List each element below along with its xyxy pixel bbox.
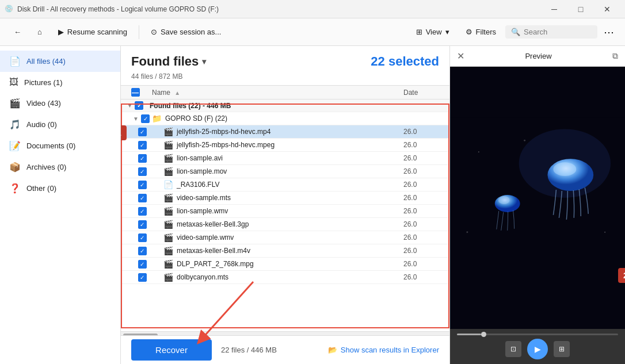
content-area: Found files ▾ 22 selected 44 files / 872… <box>121 46 449 364</box>
table-row[interactable]: ✓ 🎬 jellyfish-25-mbps-hd-hevc.mp4 26.0 <box>121 125 449 139</box>
file-checkbox[interactable]: ✓ <box>138 154 147 163</box>
preview-title: Preview <box>525 52 551 60</box>
sort-arrow-icon: ▲ <box>174 90 180 96</box>
frame-back-icon: ⊡ <box>510 345 516 353</box>
table-row[interactable]: ✓ 🎬 jellyfish-25-mbps-hd-hevc.mpeg 26.0 <box>121 139 449 152</box>
file-checkbox[interactable]: ✓ <box>138 141 147 150</box>
more-button[interactable]: ⋯ <box>600 23 618 41</box>
file-checkbox[interactable]: ✓ <box>138 220 147 229</box>
video-file-icon: 🎬 <box>163 140 173 150</box>
group-header-name: Found files (22) - 446 MB <box>150 102 449 110</box>
header-check-col: — <box>121 88 150 97</box>
show-in-explorer-link[interactable]: 📂 Show scan results in Explorer <box>328 346 439 354</box>
sidebar-item-other[interactable]: ❓ Other (0) <box>0 178 120 199</box>
sidebar-item-pictures[interactable]: 🖼 Pictures (1) <box>0 72 120 93</box>
file-checkbox[interactable]: ✓ <box>138 181 147 189</box>
sidebar-item-audio[interactable]: 🎵 Audio (0) <box>0 114 120 135</box>
table-row[interactable]: ✓ 🎬 lion-sample.wmv 26.0 <box>121 205 449 218</box>
sidebar-item-archives[interactable]: 📦 Archives (0) <box>0 156 120 178</box>
svg-point-3 <box>553 162 576 176</box>
titlebar: 💿 Disk Drill - All recovery methods - Lo… <box>0 0 625 18</box>
file-checkbox[interactable]: ✓ <box>138 260 147 269</box>
progress-bar[interactable] <box>457 334 618 335</box>
control-buttons: ⊡ ▶ ⊞ <box>457 339 618 359</box>
search-input[interactable] <box>524 28 592 36</box>
sidebar-item-label: Archives (0) <box>26 163 66 171</box>
svg-point-5 <box>498 196 510 204</box>
file-date: 26.0 <box>403 273 449 281</box>
filters-button[interactable]: ⚙ Filters <box>459 24 503 40</box>
frame-forward-icon: ⊞ <box>559 345 565 353</box>
back-button[interactable]: ← <box>7 24 28 40</box>
progress-fill <box>457 334 481 335</box>
file-name: 🎬 lion-sample.mov <box>150 167 403 176</box>
resume-scanning-button[interactable]: ▶ Resume scanning <box>51 24 134 40</box>
table-row[interactable]: ✓ 🎬 lion-sample.mov 26.0 <box>121 165 449 178</box>
folder-name: 📁 GOPRO SD (F) (22) <box>150 114 449 123</box>
file-checkbox[interactable]: ✓ <box>138 207 147 216</box>
save-session-button[interactable]: ⊙ Save session as... <box>144 24 228 40</box>
play-button[interactable]: ▶ <box>527 339 548 359</box>
file-list-header: — Name ▲ Date <box>121 85 449 99</box>
bottom-bar: Recover 22 files / 446 MB 📂 Show scan re… <box>121 335 449 364</box>
sidebar-item-label: Audio (0) <box>26 120 57 129</box>
audio-icon: 🎵 <box>9 119 21 130</box>
scrollbar-thumb[interactable] <box>123 334 158 336</box>
select-all-checkbox[interactable]: — <box>131 88 140 97</box>
table-row[interactable]: ✓ 🎬 metaxas-keller-Bell.3gp 26.0 <box>121 218 449 231</box>
progress-handle[interactable] <box>481 332 486 337</box>
file-list-container: 1 — Name ▲ Date ▼ ✓ <box>121 85 449 335</box>
file-date: 26.0 <box>403 220 449 228</box>
preview-controls: ⊡ ▶ ⊞ <box>450 329 625 364</box>
file-name: 🎬 video-sample.mts <box>150 193 403 202</box>
explorer-icon: 📂 <box>328 346 337 354</box>
file-date: 26.0 <box>403 141 449 149</box>
table-row[interactable]: ✓ 🎬 dolbycanyon.mts 26.0 <box>121 271 449 284</box>
table-row[interactable]: ✓ 🎬 lion-sample.avi 26.0 <box>121 152 449 165</box>
file-checkbox[interactable]: ✓ <box>138 247 147 255</box>
minimize-button[interactable]: ─ <box>541 0 567 18</box>
table-row[interactable]: ✓ 📄 _RA3106.FLV 26.0 <box>121 178 449 191</box>
annotation-badge-2: 2 <box>618 268 625 283</box>
header-name-col[interactable]: Name ▲ <box>150 89 403 97</box>
recover-button[interactable]: Recover <box>131 339 212 361</box>
horizontal-scrollbar[interactable] <box>121 331 449 335</box>
sidebar-item-documents[interactable]: 📝 Documents (0) <box>0 135 120 156</box>
chevron-down-icon[interactable]: ▾ <box>202 57 206 66</box>
preview-copy-button[interactable]: ⧉ <box>612 51 618 61</box>
sidebar-item-video[interactable]: 🎬 Video (43) <box>0 93 120 114</box>
sidebar-item-label: Pictures (1) <box>24 78 62 87</box>
frame-back-button[interactable]: ⊡ <box>505 341 521 357</box>
table-row[interactable]: ✓ 🎬 video-sample.mts 26.0 <box>121 191 449 205</box>
home-button[interactable]: ⌂ <box>31 24 49 40</box>
file-list: ▼ ✓ Found files (22) - 446 MB ▼ ✓ <box>121 99 449 331</box>
header-date-col[interactable]: Date <box>403 89 449 97</box>
frame-forward-button[interactable]: ⊞ <box>554 341 570 357</box>
table-row[interactable]: ✓ 🎬 DLP_PART_2_768k.mpg 26.0 <box>121 258 449 271</box>
preview-close-button[interactable]: ✕ <box>457 51 464 62</box>
file-date: 26.0 <box>403 181 449 189</box>
file-checkbox[interactable]: ✓ <box>138 194 147 202</box>
file-checkbox[interactable]: ✓ <box>138 273 147 282</box>
chevron-down-icon: ▾ <box>445 28 449 36</box>
table-row[interactable]: ✓ 🎬 video-sample.wmv 26.0 <box>121 231 449 244</box>
sidebar-item-all-files[interactable]: 📄 All files (44) <box>0 51 120 72</box>
file-checkbox[interactable]: ✓ <box>138 167 147 176</box>
sidebar-item-label: Video (43) <box>26 99 61 108</box>
main-layout: 📄 All files (44) 🖼 Pictures (1) 🎬 Video … <box>0 46 625 364</box>
video-icon: 🎬 <box>9 98 21 109</box>
file-checkbox[interactable]: ✓ <box>138 128 147 136</box>
maximize-button[interactable]: □ <box>567 0 594 18</box>
save-icon: ⊙ <box>151 28 157 36</box>
expand-arrow-icon[interactable]: ▼ <box>127 102 133 109</box>
close-button[interactable]: ✕ <box>594 0 620 18</box>
view-button[interactable]: ⊞ View ▾ <box>409 24 456 40</box>
file-name: 🎬 dolbycanyon.mts <box>150 273 403 282</box>
file-checkbox[interactable]: ✓ <box>138 233 147 242</box>
group-checkbox[interactable]: ✓ <box>135 101 143 110</box>
folder-icon: 📁 <box>152 114 162 123</box>
folder-expand-icon[interactable]: ▼ <box>126 116 139 122</box>
folder-checkbox[interactable]: ✓ <box>141 114 150 123</box>
view-icon: ⊞ <box>416 28 422 36</box>
table-row[interactable]: ✓ 🎬 metaxas-keller-Bell.m4v 26.0 <box>121 244 449 258</box>
